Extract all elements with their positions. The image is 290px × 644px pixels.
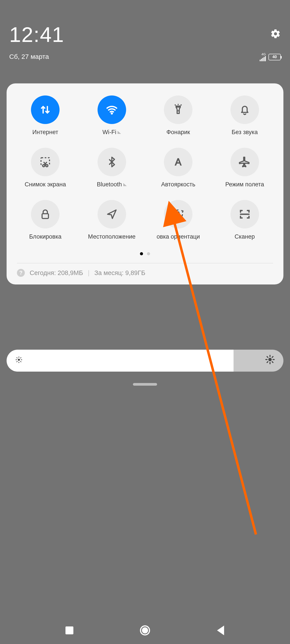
svg-line-27 <box>267 356 268 357</box>
signal-icon <box>260 56 266 61</box>
tile-label: Без звука <box>231 129 258 136</box>
tile-label: Интернет <box>32 129 59 136</box>
tile-internet[interactable]: Интернет <box>12 96 79 136</box>
tile-label: Сканер <box>234 233 256 240</box>
svg-point-7 <box>46 164 48 167</box>
status-icons: 4G 40 <box>260 53 281 61</box>
data-arrows-icon <box>31 96 60 124</box>
settings-button[interactable] <box>270 28 281 39</box>
tile-scanner[interactable]: Сканер <box>212 200 278 240</box>
tile-label: Фонарик <box>166 129 191 136</box>
navigation-bar <box>0 624 290 636</box>
home-button[interactable] <box>139 624 151 636</box>
clock-date: Сб, 27 марта <box>9 53 281 60</box>
nav-arrow-icon <box>98 200 126 228</box>
page-indicator <box>12 252 278 255</box>
svg-line-30 <box>272 356 273 357</box>
flashlight-icon <box>164 96 192 124</box>
scan-icon <box>230 200 259 228</box>
tile-bluetooth[interactable]: Bluetooth <box>79 148 145 188</box>
tile-lock[interactable]: Блокировка <box>12 200 79 240</box>
usage-today: Сегодня: 208,9МБ <box>30 269 83 276</box>
bluetooth-icon <box>98 148 126 176</box>
lock-icon <box>31 200 60 228</box>
svg-point-6 <box>43 164 45 167</box>
tile-rotation[interactable]: овка ориентаци <box>145 200 212 240</box>
svg-rect-9 <box>42 214 49 218</box>
tile-label: Местоположение <box>87 233 136 240</box>
chevron-icon <box>118 131 121 134</box>
gear-icon <box>270 28 281 39</box>
tile-label: Bluetooth <box>96 181 128 188</box>
bell-icon <box>230 96 259 124</box>
battery-icon: 40 <box>268 54 281 60</box>
page-dot[interactable] <box>147 252 150 255</box>
divider <box>17 263 273 264</box>
page-dot[interactable] <box>140 252 143 255</box>
tile-flashlight[interactable]: Фонарик <box>145 96 212 136</box>
back-button[interactable] <box>214 624 226 636</box>
quick-settings-panel: ИнтернетWi-FiФонарикБез звукаСнимок экра… <box>7 84 283 284</box>
brightness-high-icon <box>265 354 275 367</box>
chevron-icon <box>123 183 127 186</box>
tile-mute[interactable]: Без звука <box>212 96 278 136</box>
tile-airplane[interactable]: Режим полета <box>212 148 278 188</box>
svg-text:A: A <box>175 157 181 167</box>
tile-wifi[interactable]: Wi-Fi <box>79 96 145 136</box>
svg-point-13 <box>18 359 20 361</box>
svg-line-19 <box>21 361 21 362</box>
svg-point-22 <box>268 358 271 361</box>
tile-label: Блокировка <box>28 233 62 240</box>
scissors-icon <box>31 148 60 176</box>
usage-month: За месяц: 9,89ГБ <box>95 269 145 276</box>
tile-autobright[interactable]: AАвтояркость <box>145 148 212 188</box>
svg-point-0 <box>111 112 113 114</box>
brightness-low-icon <box>15 356 23 366</box>
brightness-slider[interactable] <box>7 350 283 372</box>
svg-line-2 <box>175 104 176 106</box>
question-icon: ? <box>17 269 25 277</box>
clock-time: 12:41 <box>9 24 281 45</box>
airplane-icon <box>230 148 259 176</box>
recents-button[interactable] <box>64 624 76 636</box>
rotation-lock-icon <box>164 200 192 228</box>
tile-location[interactable]: Местоположение <box>79 200 145 240</box>
tile-label: Wi-Fi <box>102 129 122 136</box>
network-type: 4G <box>261 53 266 56</box>
tile-label: Режим полета <box>224 181 265 188</box>
tile-label: овка ориентаци <box>156 233 201 240</box>
svg-point-10 <box>174 210 183 218</box>
svg-line-28 <box>272 362 273 362</box>
letter-a-icon: A <box>164 148 192 176</box>
svg-line-20 <box>17 361 17 362</box>
drag-handle[interactable] <box>133 383 157 386</box>
wifi-icon <box>98 96 126 124</box>
tile-screenshot[interactable]: Снимок экрана <box>12 148 79 188</box>
svg-rect-11 <box>177 213 179 216</box>
svg-line-21 <box>21 358 21 358</box>
data-usage-row[interactable]: ? Сегодня: 208,9МБ | За месяц: 9,89ГБ <box>12 269 278 277</box>
tile-label: Снимок экрана <box>24 181 67 188</box>
svg-line-3 <box>181 104 181 106</box>
svg-line-29 <box>267 362 268 362</box>
svg-line-18 <box>17 358 17 358</box>
tile-label: Автояркость <box>160 181 196 188</box>
